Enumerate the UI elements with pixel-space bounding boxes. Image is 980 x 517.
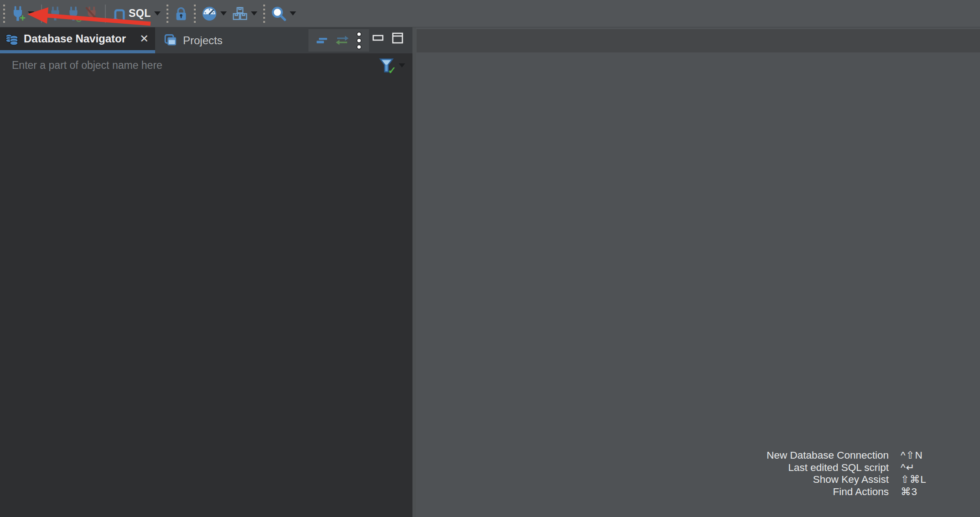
shortcut-hints-overlay: New Database Connection ^⇧N Last edited … [766, 450, 938, 498]
new-connection-button[interactable]: + [10, 5, 35, 22]
hint-label: Last edited SQL script [766, 462, 889, 474]
search-icon [271, 6, 287, 21]
tab-projects[interactable]: Projects [159, 27, 227, 53]
hint-keys: ⌘3 [901, 486, 938, 498]
new-connection-plug-icon: + [11, 6, 25, 21]
disconnect-button[interactable] [84, 5, 99, 22]
packages-icon [232, 6, 248, 21]
maximize-view-button[interactable] [391, 32, 404, 45]
hint-keys: ⇧⌘L [901, 474, 938, 486]
toolbar-separator [41, 5, 42, 23]
drivers-button[interactable] [231, 5, 258, 22]
sql-editor-label: SQL [129, 7, 151, 20]
filter-dropdown-arrow-icon[interactable] [399, 63, 405, 67]
disconnect-plug-icon [85, 6, 98, 21]
lock-icon [174, 6, 188, 21]
sql-editor-icon [113, 7, 126, 21]
new-connection-dropdown-arrow-icon[interactable] [28, 11, 34, 16]
drivers-dropdown-arrow-icon[interactable] [251, 11, 257, 16]
editor-tab-strip [417, 29, 980, 52]
search-button[interactable] [270, 5, 297, 22]
reconnect-plug-icon: ↻ [67, 6, 80, 21]
lock-button[interactable] [173, 5, 189, 22]
collapse-all-button[interactable] [315, 35, 328, 46]
hint-label: Find Actions [766, 486, 889, 498]
link-with-editor-button[interactable] [335, 35, 349, 47]
view-menu-button[interactable] [355, 31, 363, 50]
hint-keys: ^↵ [901, 462, 938, 474]
connect-button[interactable] [48, 5, 63, 22]
filter-settings-button[interactable]: ✓ [379, 57, 405, 74]
main-toolbar: + ↻ [0, 0, 980, 27]
tab-database-navigator[interactable]: Database Navigator ✕ [0, 27, 155, 53]
refresh-icon: ↻ [75, 15, 83, 24]
dbeaver-workbench: + ↻ [0, 0, 980, 517]
object-name-search-input[interactable] [0, 53, 379, 78]
sql-editor-button[interactable]: SQL [112, 6, 162, 21]
hint-keys: ^⇧N [901, 450, 938, 462]
reconnect-button[interactable]: ↻ [66, 5, 81, 22]
hint-label: New Database Connection [766, 450, 889, 462]
projects-icon [163, 33, 177, 47]
minimize-view-button[interactable] [372, 35, 384, 42]
left-panel-tabbar: Database Navigator ✕ Projects [0, 27, 412, 53]
connect-plug-icon [49, 6, 62, 21]
view-toolbar [308, 29, 369, 52]
gauge-icon [202, 6, 217, 21]
object-filter-row: ✓ [0, 53, 412, 78]
database-navigator-tree[interactable] [0, 78, 412, 517]
tab-label: Database Navigator [24, 32, 126, 45]
tab-label: Projects [183, 34, 223, 47]
toolbar-separator [105, 5, 106, 23]
toolbar-drag-handle[interactable] [263, 5, 265, 23]
hint-label: Show Key Assist [766, 474, 889, 486]
dashboard-dropdown-arrow-icon[interactable] [220, 11, 227, 16]
database-icon [5, 31, 19, 46]
sql-editor-dropdown-arrow-icon[interactable] [154, 11, 161, 16]
toolbar-drag-handle[interactable] [167, 5, 168, 23]
check-icon: ✓ [388, 65, 396, 77]
dashboard-button[interactable] [201, 5, 228, 22]
toolbar-drag-handle[interactable] [194, 5, 196, 23]
plus-icon: + [20, 13, 26, 23]
search-dropdown-arrow-icon[interactable] [290, 11, 296, 16]
editor-area: New Database Connection ^⇧N Last edited … [416, 27, 980, 517]
toolbar-drag-handle[interactable] [3, 5, 5, 23]
close-icon[interactable]: ✕ [138, 33, 151, 44]
